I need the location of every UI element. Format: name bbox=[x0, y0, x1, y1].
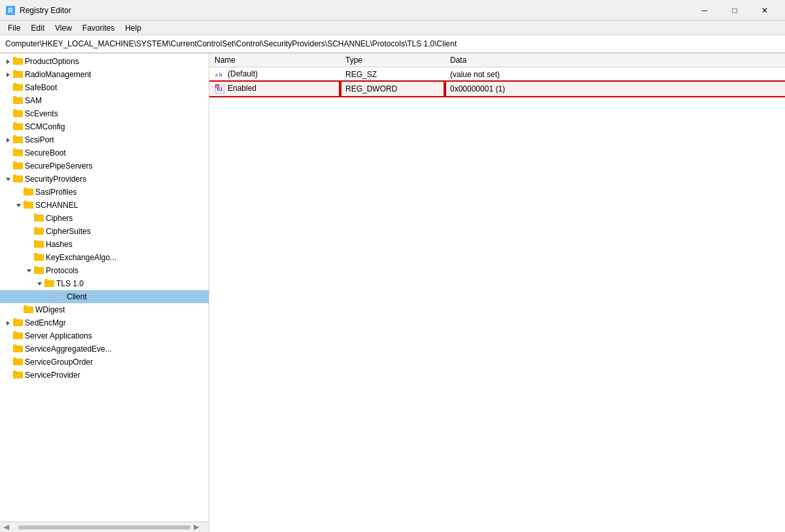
tree-item-scevents[interactable]: ScEvents bbox=[0, 107, 209, 120]
tree-item-keyexchangealgorithms[interactable]: KeyExchangeAlgo... bbox=[0, 251, 209, 264]
col-name: Name bbox=[209, 54, 340, 67]
folder-icon-client bbox=[55, 291, 67, 302]
svg-marker-55 bbox=[27, 269, 31, 273]
scroll-right-icon[interactable] bbox=[193, 524, 206, 531]
menu-item-view[interactable]: View bbox=[50, 22, 77, 34]
tree-label-serviceprovider: ServiceProvider bbox=[25, 371, 80, 380]
tree-item-securepipeservers[interactable]: SecurePipeServers bbox=[0, 159, 209, 173]
cell-type-default-row: REG_SZ bbox=[340, 67, 445, 82]
svg-marker-69 bbox=[7, 321, 10, 325]
folder-icon-radio-management bbox=[13, 69, 25, 80]
tree-label-protocols: Protocols bbox=[46, 266, 78, 275]
tree-label-client: Client bbox=[67, 292, 87, 301]
svg-text:A: A bbox=[216, 84, 218, 89]
tree-item-product-options[interactable]: ProductOptions bbox=[0, 55, 209, 68]
cell-name-default-row: a b (Default) bbox=[209, 67, 340, 82]
folder-icon-protocols bbox=[34, 265, 46, 276]
tree-item-schannel[interactable]: SCHANNEL bbox=[0, 199, 209, 212]
window-controls: ─ □ ✕ bbox=[689, 0, 780, 21]
svg-text:a: a bbox=[215, 71, 218, 78]
maximize-button[interactable]: □ bbox=[720, 0, 750, 21]
tree-item-wdigest[interactable]: WDigest bbox=[0, 303, 209, 316]
folder-icon-serviceaggregatedevents bbox=[13, 344, 25, 354]
svg-marker-85 bbox=[3, 525, 9, 530]
tree-toggle-radio-management[interactable] bbox=[3, 69, 13, 80]
tree-item-radio-management[interactable]: RadioManagement bbox=[0, 68, 209, 81]
svg-rect-15 bbox=[13, 96, 16, 98]
svg-rect-68 bbox=[24, 305, 27, 307]
tree-item-securityproviders[interactable]: SecurityProviders bbox=[0, 173, 209, 186]
tree-item-server-applications[interactable]: Server Applications bbox=[0, 329, 209, 342]
tree-label-ciphers: Ciphers bbox=[46, 214, 73, 223]
tree-item-servicegrouporder[interactable]: ServiceGroupOrder bbox=[0, 356, 209, 369]
scroll-left-icon[interactable] bbox=[3, 524, 16, 531]
minimize-button[interactable]: ─ bbox=[689, 0, 720, 21]
folder-icon-hashes bbox=[34, 239, 46, 250]
tree-item-safeboot[interactable]: SafeBoot bbox=[0, 81, 209, 94]
table-row-default-row[interactable]: a b (Default)REG_SZ(value not set) bbox=[209, 67, 785, 82]
folder-icon-tls10 bbox=[44, 278, 56, 289]
name-text-default-row: (Default) bbox=[228, 69, 258, 78]
tree-panel: ProductOptions RadioManagement SafeBoot … bbox=[0, 54, 209, 532]
svg-rect-35 bbox=[13, 175, 16, 176]
tree-item-ciphers[interactable]: Ciphers bbox=[0, 212, 209, 225]
folder-icon-ciphersuites bbox=[34, 226, 46, 237]
svg-text:R: R bbox=[8, 7, 13, 14]
folder-icon-saslprofiles bbox=[24, 187, 35, 197]
menu-item-file[interactable]: File bbox=[3, 22, 26, 34]
svg-marker-22 bbox=[7, 138, 10, 142]
folder-icon-securepipeservers bbox=[13, 161, 25, 171]
tree-content[interactable]: ProductOptions RadioManagement SafeBoot … bbox=[0, 54, 209, 522]
tree-label-hashes: Hashes bbox=[46, 240, 73, 249]
table-row-enabled-row[interactable]: 01 A EnabledREG_DWORD0x00000001 (1) bbox=[209, 82, 785, 96]
tree-item-hashes[interactable]: Hashes bbox=[0, 238, 209, 251]
svg-rect-9 bbox=[13, 70, 16, 72]
tree-item-sedencmgr[interactable]: SedEncMgr bbox=[0, 316, 209, 329]
tree-toggle-protocols[interactable] bbox=[24, 265, 34, 276]
tree-toggle-keyexchangealgorithms bbox=[24, 252, 34, 263]
tree-label-servicegrouporder: ServiceGroupOrder bbox=[25, 357, 93, 367]
horizontal-scrollbar[interactable] bbox=[0, 522, 209, 532]
svg-rect-5 bbox=[13, 57, 16, 59]
tree-item-ciphersuites[interactable]: CipherSuites bbox=[0, 225, 209, 238]
svg-marker-59 bbox=[37, 282, 42, 286]
title-bar-left: R Registry Editor bbox=[5, 5, 71, 16]
tree-toggle-sedencmgr[interactable] bbox=[3, 318, 13, 328]
tree-label-secureboot: SecureBoot bbox=[25, 148, 66, 158]
svg-marker-2 bbox=[7, 59, 10, 64]
tree-item-scmconfig[interactable]: SCMConfig bbox=[0, 120, 209, 133]
folder-icon-secureboot bbox=[13, 148, 25, 158]
tree-item-protocols[interactable]: Protocols bbox=[0, 264, 209, 277]
svg-rect-62 bbox=[44, 279, 48, 281]
tree-label-schannel: SCHANNEL bbox=[35, 201, 78, 210]
folder-icon-schannel bbox=[24, 200, 35, 210]
tree-toggle-hashes bbox=[24, 239, 34, 250]
tree-item-sam[interactable]: SAM bbox=[0, 94, 209, 107]
tree-toggle-securityproviders[interactable] bbox=[3, 174, 13, 184]
menu-item-edit[interactable]: Edit bbox=[26, 22, 50, 34]
tree-item-client[interactable]: Client bbox=[0, 290, 209, 303]
menu-item-help[interactable]: Help bbox=[120, 22, 147, 34]
tree-item-tls10[interactable]: TLS 1.0 bbox=[0, 277, 209, 290]
tree-item-serviceprovider[interactable]: ServiceProvider bbox=[0, 369, 209, 382]
address-bar: Computer\HKEY_LOCAL_MACHINE\SYSTEM\Curre… bbox=[0, 35, 785, 54]
svg-rect-54 bbox=[34, 253, 37, 255]
col-data: Data bbox=[445, 54, 785, 67]
tree-toggle-product-options[interactable] bbox=[3, 56, 13, 67]
tree-toggle-scsiport[interactable] bbox=[3, 135, 13, 145]
tree-toggle-safeboot bbox=[3, 82, 13, 93]
tree-toggle-tls10[interactable] bbox=[34, 278, 44, 289]
folder-icon-sam bbox=[13, 95, 25, 106]
tree-toggle-wdigest bbox=[13, 305, 24, 315]
folder-icon-safeboot bbox=[13, 82, 25, 93]
tree-toggle-schannel[interactable] bbox=[13, 200, 24, 210]
tree-item-secureboot[interactable]: SecureBoot bbox=[0, 146, 209, 159]
menu-item-favorites[interactable]: Favorites bbox=[77, 22, 120, 34]
tree-item-serviceaggregatedevents[interactable]: ServiceAggregatedEve... bbox=[0, 342, 209, 356]
tree-item-scsiport[interactable]: ScsiPort bbox=[0, 133, 209, 146]
tree-item-saslprofiles[interactable]: SaslProfiles bbox=[0, 186, 209, 199]
close-button[interactable]: ✕ bbox=[750, 0, 780, 21]
tree-label-securityproviders: SecurityProviders bbox=[25, 175, 86, 184]
default-icon: a b bbox=[215, 69, 225, 80]
tree-label-radio-management: RadioManagement bbox=[25, 70, 91, 79]
